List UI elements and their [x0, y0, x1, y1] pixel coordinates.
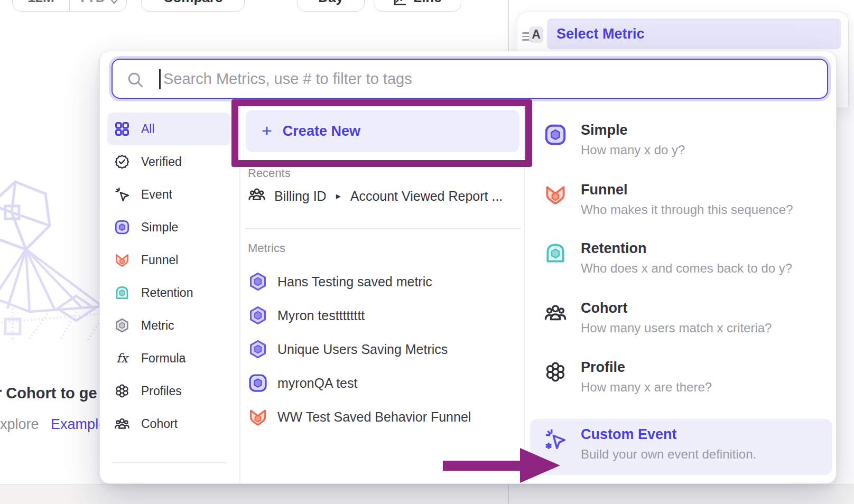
- recent-item-right: Account Viewed Report ...: [350, 189, 503, 204]
- metric-list-item[interactable]: WW Test Saved Behavior Funnel: [248, 405, 471, 428]
- metric-type-simple[interactable]: Simple How many x do y?: [530, 117, 832, 163]
- sidebar-item-label: Metric: [141, 319, 174, 333]
- caret-right-icon: ▸: [336, 190, 341, 202]
- simple-metric-icon: [544, 123, 567, 146]
- chevron-down-icon: [110, 0, 118, 6]
- cohort-people-icon: [248, 185, 266, 207]
- recent-item[interactable]: Billing ID ▸ Account Viewed Report ...: [248, 185, 503, 207]
- sidebar-item-retention[interactable]: Retention: [107, 276, 231, 309]
- formula-fx-icon: fx: [114, 350, 131, 367]
- sidebar-item-label: Cohort: [141, 417, 178, 431]
- granularity-day-button[interactable]: Day: [297, 0, 365, 12]
- sidebar-item-label: Profiles: [141, 384, 182, 398]
- sidebar-content-divider: [239, 106, 240, 484]
- create-new-button[interactable]: + Create New: [246, 110, 519, 152]
- metric-type-custom-event[interactable]: Custom Event Build your own event defini…: [530, 419, 832, 475]
- cohort-people-icon: [114, 415, 131, 432]
- sidebar-item-funnel[interactable]: Funnel: [107, 244, 231, 276]
- sidebar-item-label: Event: [141, 188, 172, 202]
- range-ytd-button[interactable]: YTD: [69, 0, 126, 11]
- event-cursor-icon: [114, 186, 131, 203]
- metric-type-profile[interactable]: Profile How many x are there?: [530, 354, 832, 400]
- sidebar-item-profiles[interactable]: Profiles: [107, 375, 231, 407]
- sidebar-item-event[interactable]: Event: [107, 178, 231, 211]
- metric-picker-modal: All Verified Event: [99, 51, 837, 484]
- sidebar-item-label: Formula: [141, 351, 185, 366]
- metric-list-item[interactable]: Myron testttttttt: [248, 304, 365, 327]
- sidebar-item-formula[interactable]: fx Formula: [107, 342, 231, 375]
- search-input[interactable]: [113, 60, 827, 98]
- content-types-divider: [524, 106, 525, 484]
- example-link[interactable]: Example: [51, 416, 106, 432]
- metric-hexagon-icon: [114, 317, 131, 334]
- bottom-strip: [0, 484, 854, 504]
- custom-event-icon: [544, 427, 567, 451]
- saved-metric-hexagon-icon: [248, 305, 268, 325]
- date-range-segmented-control[interactable]: 12M YTD: [12, 0, 127, 12]
- sidebar-item-all[interactable]: All: [107, 113, 231, 145]
- metric-list-item[interactable]: Unique Users Saving Metrics: [248, 338, 448, 361]
- funnel-icon: [114, 251, 131, 268]
- funnel-icon: [544, 183, 567, 206]
- recents-metrics-divider: [245, 228, 521, 229]
- profiles-flower-icon: [544, 360, 567, 384]
- saved-metric-hexagon-icon: [248, 272, 268, 292]
- recents-section-label: Recents: [248, 166, 291, 180]
- grid-icon: [114, 120, 131, 137]
- sidebar-item-label: Verified: [141, 155, 182, 169]
- compare-button[interactable]: Compare: [141, 0, 245, 12]
- sidebar-item-partial[interactable]: T: [107, 477, 231, 484]
- range-12m-button[interactable]: 12M: [13, 0, 69, 11]
- chart-type-line-button[interactable]: Line: [374, 0, 461, 12]
- sidebar-item-simple[interactable]: Simple: [107, 211, 231, 244]
- wireframe-decoration: [0, 175, 103, 340]
- sidebar-item-label: All: [141, 122, 155, 136]
- mixpanel-metric-picker-screen: 12M YTD Compare Day Line A Select Metric: [0, 0, 854, 504]
- filter-sidebar: All Verified Event: [107, 113, 231, 484]
- verified-seal-icon: [114, 153, 131, 170]
- sidebar-divider: [112, 462, 227, 463]
- profiles-flower-icon: [114, 382, 131, 399]
- cohort-people-icon: [544, 301, 567, 324]
- metrics-section-label: Metrics: [248, 241, 285, 255]
- sidebar-item-label: Simple: [141, 220, 178, 235]
- saved-metric-hexagon-icon: [248, 339, 268, 359]
- series-a-badge: A: [529, 26, 543, 43]
- metric-type-retention[interactable]: Retention Who does x and comes back to d…: [530, 235, 832, 281]
- search-bar[interactable]: [112, 59, 828, 99]
- select-metric-button[interactable]: Select Metric: [547, 18, 841, 49]
- metric-type-funnel[interactable]: Funnel Who makes it through this sequenc…: [530, 176, 832, 222]
- sidebar-item-cohort[interactable]: Cohort: [107, 407, 231, 440]
- metric-type-cohort[interactable]: Cohort How many users match x criteria?: [530, 295, 832, 341]
- empty-state-heading-fragment: r Cohort to ge: [0, 385, 97, 402]
- simple-metric-icon: [114, 219, 131, 236]
- sidebar-item-verified[interactable]: Verified: [107, 145, 231, 178]
- simple-metric-icon: [248, 373, 268, 393]
- sidebar-item-metric[interactable]: Metric: [107, 309, 231, 342]
- line-chart-icon: [393, 0, 407, 7]
- recent-item-left: Billing ID: [274, 189, 327, 204]
- explore-prefix: xplore: [0, 416, 39, 432]
- funnel-icon: [248, 407, 268, 427]
- retention-arch-icon: [114, 284, 131, 301]
- sidebar-item-label: Funnel: [141, 253, 178, 267]
- explore-example-line: xplore Example: [0, 416, 106, 433]
- metric-list-item[interactable]: Hans Testing saved metric: [248, 270, 432, 293]
- retention-arch-icon: [544, 241, 567, 265]
- plus-icon: +: [262, 122, 272, 139]
- sidebar-item-label: Retention: [141, 286, 193, 300]
- metric-list-item[interactable]: myronQA test: [248, 371, 357, 395]
